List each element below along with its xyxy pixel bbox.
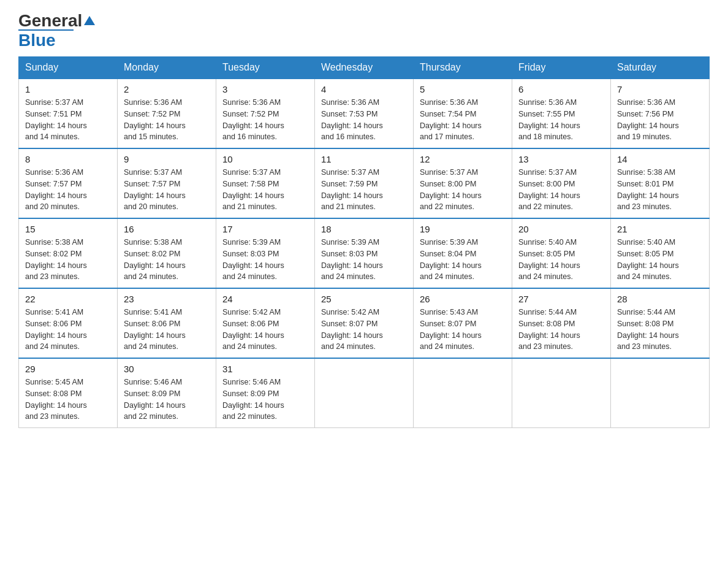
calendar-cell: 4 Sunrise: 5:36 AM Sunset: 7:53 PM Dayli… — [315, 79, 414, 148]
day-info: Sunrise: 5:37 AM Sunset: 7:57 PM Dayligh… — [124, 167, 210, 213]
calendar-cell: 11 Sunrise: 5:37 AM Sunset: 7:59 PM Dayl… — [315, 148, 414, 218]
day-number: 11 — [321, 154, 407, 164]
day-info: Sunrise: 5:37 AM Sunset: 8:00 PM Dayligh… — [420, 167, 506, 213]
calendar-cell: 3 Sunrise: 5:36 AM Sunset: 7:52 PM Dayli… — [216, 79, 315, 148]
day-info: Sunrise: 5:45 AM Sunset: 8:08 PM Dayligh… — [25, 377, 111, 423]
calendar-week-row: 22 Sunrise: 5:41 AM Sunset: 8:06 PM Dayl… — [19, 288, 710, 358]
day-info: Sunrise: 5:36 AM Sunset: 7:57 PM Dayligh… — [25, 167, 111, 213]
day-number: 6 — [518, 84, 604, 94]
day-of-week-header: Tuesday — [216, 57, 315, 79]
day-number: 29 — [25, 364, 111, 374]
calendar-header-row: SundayMondayTuesdayWednesdayThursdayFrid… — [19, 57, 710, 79]
day-info: Sunrise: 5:42 AM Sunset: 8:07 PM Dayligh… — [321, 307, 407, 353]
logo-blue: Blue — [18, 31, 56, 50]
day-number: 4 — [321, 84, 407, 94]
calendar-cell: 6 Sunrise: 5:36 AM Sunset: 7:55 PM Dayli… — [512, 79, 611, 148]
calendar-cell: 27 Sunrise: 5:44 AM Sunset: 8:08 PM Dayl… — [512, 288, 611, 358]
day-of-week-header: Wednesday — [315, 57, 414, 79]
calendar-cell: 18 Sunrise: 5:39 AM Sunset: 8:03 PM Dayl… — [315, 218, 414, 288]
logo: General Blue — [18, 12, 95, 50]
calendar-cell: 31 Sunrise: 5:46 AM Sunset: 8:09 PM Dayl… — [216, 358, 315, 428]
day-info: Sunrise: 5:36 AM Sunset: 7:55 PM Dayligh… — [518, 97, 604, 143]
day-of-week-header: Friday — [512, 57, 611, 79]
day-info: Sunrise: 5:44 AM Sunset: 8:08 PM Dayligh… — [617, 307, 703, 353]
calendar-week-row: 15 Sunrise: 5:38 AM Sunset: 8:02 PM Dayl… — [19, 218, 710, 288]
day-info: Sunrise: 5:44 AM Sunset: 8:08 PM Dayligh… — [518, 307, 604, 353]
page-header: General Blue — [18, 12, 710, 50]
calendar-cell: 29 Sunrise: 5:45 AM Sunset: 8:08 PM Dayl… — [19, 358, 118, 428]
calendar-cell: 16 Sunrise: 5:38 AM Sunset: 8:02 PM Dayl… — [118, 218, 216, 288]
calendar-cell: 2 Sunrise: 5:36 AM Sunset: 7:52 PM Dayli… — [118, 79, 216, 148]
day-number: 27 — [518, 294, 604, 304]
day-number: 22 — [25, 294, 111, 304]
day-number: 12 — [420, 154, 506, 164]
calendar-cell: 13 Sunrise: 5:37 AM Sunset: 8:00 PM Dayl… — [512, 148, 611, 218]
calendar-cell: 26 Sunrise: 5:43 AM Sunset: 8:07 PM Dayl… — [414, 288, 512, 358]
day-info: Sunrise: 5:37 AM Sunset: 8:00 PM Dayligh… — [518, 167, 604, 213]
day-of-week-header: Sunday — [19, 57, 118, 79]
day-number: 25 — [321, 294, 407, 304]
day-info: Sunrise: 5:46 AM Sunset: 8:09 PM Dayligh… — [222, 377, 308, 423]
day-info: Sunrise: 5:36 AM Sunset: 7:52 PM Dayligh… — [222, 97, 308, 143]
calendar-cell: 21 Sunrise: 5:40 AM Sunset: 8:05 PM Dayl… — [611, 218, 710, 288]
calendar-week-row: 1 Sunrise: 5:37 AM Sunset: 7:51 PM Dayli… — [19, 79, 710, 148]
calendar-cell: 28 Sunrise: 5:44 AM Sunset: 8:08 PM Dayl… — [611, 288, 710, 358]
day-info: Sunrise: 5:46 AM Sunset: 8:09 PM Dayligh… — [124, 377, 210, 423]
day-number: 26 — [420, 294, 506, 304]
day-info: Sunrise: 5:39 AM Sunset: 8:03 PM Dayligh… — [321, 237, 407, 283]
calendar-cell: 9 Sunrise: 5:37 AM Sunset: 7:57 PM Dayli… — [118, 148, 216, 218]
calendar-cell: 25 Sunrise: 5:42 AM Sunset: 8:07 PM Dayl… — [315, 288, 414, 358]
day-info: Sunrise: 5:37 AM Sunset: 7:51 PM Dayligh… — [25, 97, 111, 143]
day-info: Sunrise: 5:38 AM Sunset: 8:02 PM Dayligh… — [124, 237, 210, 283]
day-info: Sunrise: 5:40 AM Sunset: 8:05 PM Dayligh… — [617, 237, 703, 283]
day-number: 2 — [124, 84, 210, 94]
day-number: 18 — [321, 224, 407, 234]
day-number: 8 — [25, 154, 111, 164]
logo-text: General — [18, 12, 95, 29]
day-info: Sunrise: 5:38 AM Sunset: 8:02 PM Dayligh… — [25, 237, 111, 283]
calendar-cell: 19 Sunrise: 5:39 AM Sunset: 8:04 PM Dayl… — [414, 218, 512, 288]
day-number: 13 — [518, 154, 604, 164]
day-number: 24 — [222, 294, 308, 304]
day-info: Sunrise: 5:36 AM Sunset: 7:56 PM Dayligh… — [617, 97, 703, 143]
day-info: Sunrise: 5:37 AM Sunset: 7:59 PM Dayligh… — [321, 167, 407, 213]
calendar-table: SundayMondayTuesdayWednesdayThursdayFrid… — [18, 56, 710, 428]
calendar-cell — [315, 358, 414, 428]
calendar-week-row: 8 Sunrise: 5:36 AM Sunset: 7:57 PM Dayli… — [19, 148, 710, 218]
calendar-cell — [414, 358, 512, 428]
calendar-cell: 17 Sunrise: 5:39 AM Sunset: 8:03 PM Dayl… — [216, 218, 315, 288]
day-number: 3 — [222, 84, 308, 94]
day-info: Sunrise: 5:41 AM Sunset: 8:06 PM Dayligh… — [25, 307, 111, 353]
day-number: 19 — [420, 224, 506, 234]
calendar-cell: 22 Sunrise: 5:41 AM Sunset: 8:06 PM Dayl… — [19, 288, 118, 358]
day-number: 30 — [124, 364, 210, 374]
day-number: 15 — [25, 224, 111, 234]
calendar-cell: 20 Sunrise: 5:40 AM Sunset: 8:05 PM Dayl… — [512, 218, 611, 288]
day-number: 7 — [617, 84, 703, 94]
day-number: 14 — [617, 154, 703, 164]
day-info: Sunrise: 5:43 AM Sunset: 8:07 PM Dayligh… — [420, 307, 506, 353]
day-number: 1 — [25, 84, 111, 94]
day-info: Sunrise: 5:37 AM Sunset: 7:58 PM Dayligh… — [222, 167, 308, 213]
day-number: 5 — [420, 84, 506, 94]
day-info: Sunrise: 5:39 AM Sunset: 8:04 PM Dayligh… — [420, 237, 506, 283]
day-number: 9 — [124, 154, 210, 164]
day-of-week-header: Thursday — [414, 57, 512, 79]
day-info: Sunrise: 5:41 AM Sunset: 8:06 PM Dayligh… — [124, 307, 210, 353]
day-number: 28 — [617, 294, 703, 304]
calendar-cell: 15 Sunrise: 5:38 AM Sunset: 8:02 PM Dayl… — [19, 218, 118, 288]
calendar-cell: 10 Sunrise: 5:37 AM Sunset: 7:58 PM Dayl… — [216, 148, 315, 218]
day-number: 23 — [124, 294, 210, 304]
day-number: 17 — [222, 224, 308, 234]
calendar-cell — [611, 358, 710, 428]
day-number: 31 — [222, 364, 308, 374]
day-number: 20 — [518, 224, 604, 234]
day-info: Sunrise: 5:40 AM Sunset: 8:05 PM Dayligh… — [518, 237, 604, 283]
calendar-cell: 1 Sunrise: 5:37 AM Sunset: 7:51 PM Dayli… — [19, 79, 118, 148]
calendar-cell: 30 Sunrise: 5:46 AM Sunset: 8:09 PM Dayl… — [118, 358, 216, 428]
calendar-cell: 5 Sunrise: 5:36 AM Sunset: 7:54 PM Dayli… — [414, 79, 512, 148]
day-number: 16 — [124, 224, 210, 234]
day-info: Sunrise: 5:36 AM Sunset: 7:53 PM Dayligh… — [321, 97, 407, 143]
calendar-cell: 8 Sunrise: 5:36 AM Sunset: 7:57 PM Dayli… — [19, 148, 118, 218]
calendar-cell — [512, 358, 611, 428]
